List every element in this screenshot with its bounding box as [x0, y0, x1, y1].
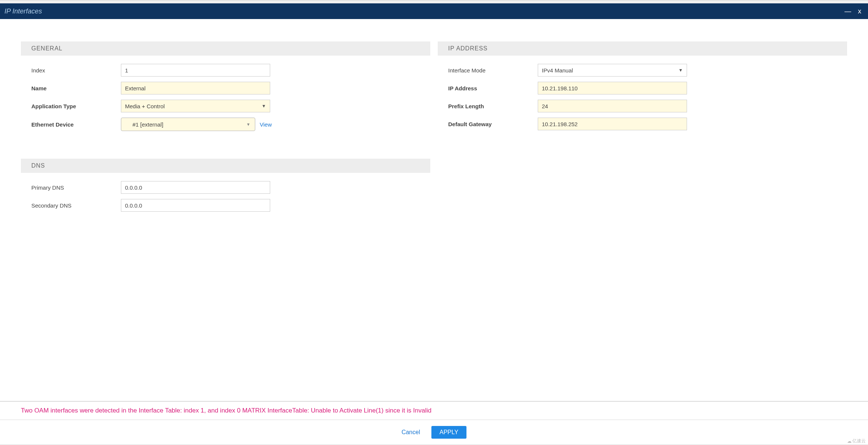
apptype-label: Application Type — [31, 103, 121, 109]
section-header-ipaddress: IP ADDRESS — [438, 41, 847, 56]
mode-value: IPv4 Manual — [542, 67, 573, 74]
primary-dns-input[interactable] — [121, 181, 270, 194]
gateway-label: Default Gateway — [448, 121, 538, 127]
apptype-value: Media + Control — [125, 103, 165, 109]
chevron-down-icon: ▼ — [246, 122, 250, 127]
ethdev-select[interactable]: #1 [external] ▼ — [121, 118, 255, 131]
mode-select[interactable]: IPv4 Manual ▼ — [538, 64, 687, 77]
dialog-title: IP Interfaces — [4, 7, 42, 15]
prefix-input[interactable] — [538, 100, 687, 112]
gateway-input[interactable] — [538, 118, 687, 130]
section-header-general: GENERAL — [21, 41, 430, 56]
ethdev-value: #1 [external] — [132, 121, 163, 128]
chevron-down-icon: ▼ — [262, 103, 266, 109]
name-label: Name — [31, 85, 121, 91]
minimize-icon[interactable]: — — [844, 7, 851, 15]
chevron-down-icon: ▼ — [678, 68, 683, 73]
mode-label: Interface Mode — [448, 67, 538, 74]
secondary-dns-label: Secondary DNS — [31, 202, 121, 209]
section-header-dns: DNS — [21, 159, 430, 173]
primary-dns-label: Primary DNS — [31, 184, 121, 191]
view-link[interactable]: View — [260, 121, 272, 128]
close-icon[interactable]: x — [858, 7, 861, 15]
name-input[interactable] — [121, 82, 270, 94]
dialog-header: IP Interfaces — x — [0, 3, 868, 19]
ip-input[interactable] — [538, 82, 687, 94]
apptype-select[interactable]: Media + Control ▼ — [121, 100, 270, 112]
index-input[interactable] — [121, 64, 270, 77]
prefix-label: Prefix Length — [448, 103, 538, 109]
secondary-dns-input[interactable] — [121, 199, 270, 212]
ethdev-label: Ethernet Device — [31, 121, 121, 128]
ip-label: IP Address — [448, 85, 538, 91]
index-label: Index — [31, 67, 121, 74]
